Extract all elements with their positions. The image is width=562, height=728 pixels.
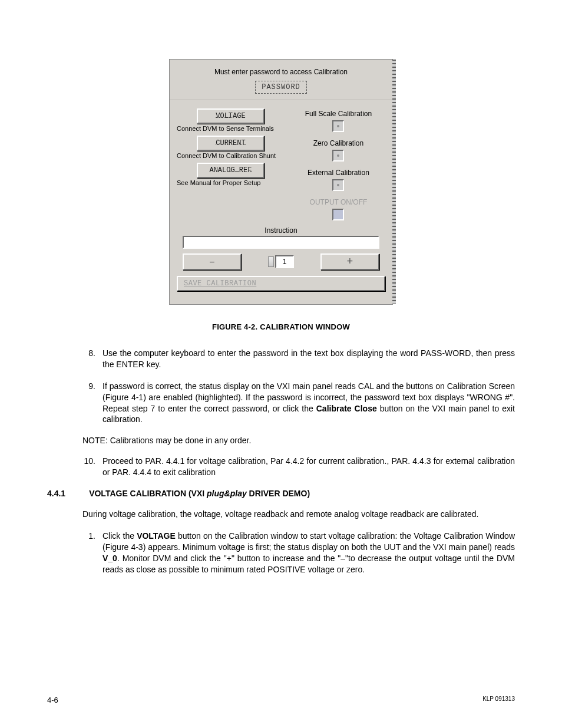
full-scale-label: Full Scale Calibration: [292, 110, 385, 118]
item-number: 1.: [82, 531, 95, 575]
password-prompt: Must enter password to access Calibratio…: [177, 68, 385, 76]
current-hint: Connect DVM to Calibration Shunt: [177, 152, 285, 159]
item-number: 8.: [82, 348, 95, 370]
output-onoff-led[interactable]: [332, 209, 344, 220]
password-button[interactable]: PASSWORD: [255, 81, 307, 94]
external-cal-led[interactable]: [332, 179, 344, 191]
section-number: 4.4.1: [47, 489, 65, 498]
item-number: 9.: [82, 381, 95, 426]
section-paragraph: During voltage calibration, the voltage,…: [82, 509, 515, 520]
plus-button[interactable]: +: [320, 253, 379, 270]
instruction-label: Instruction: [177, 226, 385, 235]
external-cal-label: External Calibration: [292, 169, 385, 177]
page-number: 4-6: [47, 696, 58, 704]
figure-calibration-window: Must enter password to access Calibratio…: [47, 59, 515, 305]
full-scale-led[interactable]: [332, 120, 344, 132]
calibration-panel: Must enter password to access Calibratio…: [169, 59, 393, 305]
output-onoff-label: OUTPUT ON/OFF: [292, 198, 385, 206]
voltage-hint: Connect DVM to Sense Terminals: [177, 125, 285, 132]
instruction-field: [183, 236, 379, 249]
numeric-handle-icon[interactable]: [268, 256, 274, 267]
item-text: Use the computer keyboard to enter the p…: [103, 348, 515, 370]
current-button[interactable]: CURRENT: [197, 136, 265, 151]
scrollbar-strip: [392, 60, 396, 304]
analog-ref-button[interactable]: ANALOG REF: [197, 163, 265, 178]
analog-hint: See Manual for Proper Setup: [177, 179, 285, 186]
figure-caption: FIGURE 4-2. CALIBRATION WINDOW: [47, 322, 515, 331]
doc-id: KLP 091313: [482, 696, 515, 704]
page-footer: 4-6 KLP 091313: [47, 696, 515, 704]
list-item: 10. Proceed to PAR. 4.4.1 for voltage ca…: [82, 456, 515, 478]
step-value[interactable]: 1: [275, 255, 294, 268]
section-title: VOLTAGE CALIBRATION (VXI plug&play DRIVE…: [89, 489, 310, 498]
list-item: 8. Use the computer keyboard to enter th…: [82, 348, 515, 370]
step-numeric[interactable]: 1: [268, 255, 294, 268]
save-calibration-button[interactable]: SAVE CALIBRATION: [177, 276, 385, 291]
zero-cal-led[interactable]: [332, 150, 344, 162]
item-text: Click the VOLTAGE button on the Calibrat…: [103, 531, 515, 575]
item-text: If password is correct, the status displ…: [103, 381, 515, 426]
zero-cal-label: Zero Calibration: [292, 139, 385, 147]
note-text: NOTE: Calibrations may be done in any or…: [82, 436, 515, 445]
list-item: 9. If password is correct, the status di…: [82, 381, 515, 426]
voltage-button[interactable]: VOLTAGE: [197, 108, 265, 124]
item-text: Proceed to PAR. 4.4.1 for voltage calibr…: [103, 456, 515, 478]
minus-button[interactable]: –: [183, 253, 242, 270]
section-heading: 4.4.1 VOLTAGE CALIBRATION (VXI plug&play…: [47, 489, 515, 498]
list-item: 1. Click the VOLTAGE button on the Calib…: [82, 531, 515, 575]
item-number: 10.: [82, 456, 95, 478]
